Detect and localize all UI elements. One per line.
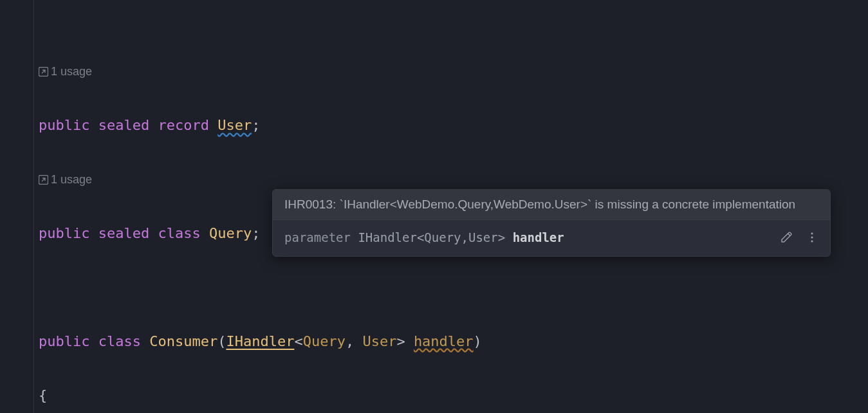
- punct: (: [217, 333, 226, 349]
- punct: ;: [252, 225, 260, 241]
- keyword: record: [158, 117, 208, 133]
- type-user[interactable]: User: [217, 117, 252, 133]
- punct: <: [294, 333, 302, 349]
- diagnostic-message: : `IHandler<WebDemo.Query,WebDemo.User>`…: [333, 197, 795, 211]
- param-handler[interactable]: handler: [414, 333, 474, 349]
- keyword: sealed: [98, 225, 149, 241]
- punct: ,: [346, 333, 363, 349]
- parameter-info: parameter IHandler<Query,User> handler: [284, 230, 564, 244]
- edit-icon[interactable]: [780, 231, 793, 244]
- usage-count-label: 1 usage: [51, 58, 92, 85]
- punct: >: [396, 333, 405, 349]
- keyword: public: [39, 117, 89, 133]
- more-icon[interactable]: [806, 231, 818, 244]
- usage-count-label: 1 usage: [51, 166, 92, 193]
- parameter-type: IHandler<Query,User>: [358, 230, 505, 244]
- keyword: class: [158, 225, 200, 241]
- usage-hint[interactable]: 1 usage: [39, 166, 92, 193]
- tooltip-body: parameter IHandler<Query,User> handler: [273, 220, 830, 256]
- label-parameter: parameter: [284, 230, 358, 244]
- svg-point-4: [811, 240, 813, 242]
- keyword: class: [98, 333, 141, 349]
- punct: ): [474, 333, 482, 349]
- type-param-query[interactable]: Query: [303, 333, 346, 349]
- svg-point-3: [811, 236, 813, 238]
- keyword: public: [39, 333, 89, 349]
- punct: ;: [252, 117, 260, 133]
- diagnostic-tooltip: IHR0013: `IHandler<WebDemo.Query,WebDemo…: [272, 189, 831, 257]
- svg-point-2: [811, 232, 813, 234]
- keyword: public: [39, 225, 89, 241]
- usage-hint[interactable]: 1 usage: [39, 58, 92, 85]
- tooltip-header: IHR0013: `IHandler<WebDemo.Query,WebDemo…: [273, 190, 830, 220]
- goto-icon: [39, 175, 48, 185]
- type-consumer[interactable]: Consumer: [149, 333, 217, 349]
- parameter-name: handler: [513, 230, 564, 244]
- diagnostic-code: IHR0013: [284, 197, 333, 211]
- keyword: sealed: [98, 117, 149, 133]
- type-ihandler[interactable]: IHandler: [226, 333, 294, 349]
- type-param-user[interactable]: User: [362, 333, 396, 349]
- brace-open: {: [39, 387, 47, 403]
- goto-icon: [39, 67, 48, 77]
- gutter: [0, 0, 34, 413]
- type-query[interactable]: Query: [209, 225, 252, 241]
